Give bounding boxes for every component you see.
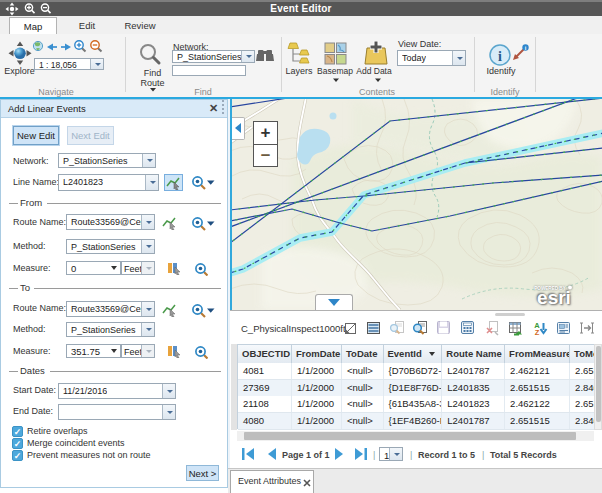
svg-text:|: | [482,450,484,460]
svg-text:Total 5 Records: Total 5 Records [490,450,557,460]
svg-text:Page 1 of 1: Page 1 of 1 [282,450,330,460]
svg-text:Record 1 to 5: Record 1 to 5 [418,450,475,460]
svg-text:|: | [373,450,375,460]
svg-text:esri: esri [537,287,571,308]
svg-text:|: | [410,450,412,460]
svg-text:i: i [498,49,502,64]
svg-text:Z: Z [535,328,540,337]
